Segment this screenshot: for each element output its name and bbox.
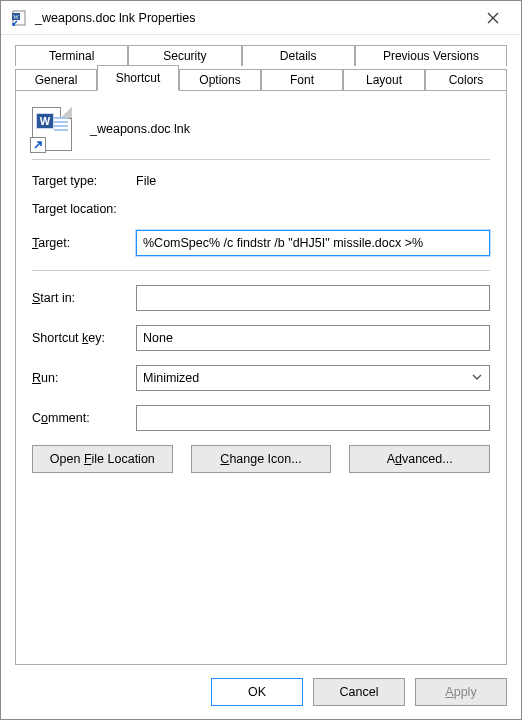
apply-button[interactable]: Apply bbox=[415, 678, 507, 706]
target-type-label: Target type: bbox=[32, 174, 136, 188]
start-in-input[interactable] bbox=[136, 285, 490, 311]
tab-layout[interactable]: Layout bbox=[343, 69, 425, 90]
word-shortcut-icon: W bbox=[11, 10, 27, 26]
shortcut-panel: W _weapons.doc lnk Target type: File Tar… bbox=[15, 90, 507, 665]
tab-general[interactable]: General bbox=[15, 69, 97, 90]
target-input[interactable] bbox=[136, 230, 490, 256]
separator bbox=[32, 159, 490, 160]
window-title: _weapons.doc lnk Properties bbox=[35, 11, 471, 25]
file-name-label: _weapons.doc lnk bbox=[90, 122, 190, 136]
tab-previous-versions[interactable]: Previous Versions bbox=[355, 45, 507, 66]
run-combobox[interactable]: Minimized bbox=[136, 365, 490, 391]
close-button[interactable] bbox=[471, 3, 515, 33]
ok-button[interactable]: OK bbox=[211, 678, 303, 706]
target-type-value: File bbox=[136, 174, 156, 188]
run-value: Minimized bbox=[143, 371, 199, 385]
open-file-location-button[interactable]: Open File Location bbox=[32, 445, 173, 473]
start-in-label: Start in: bbox=[32, 291, 136, 305]
tab-terminal[interactable]: Terminal bbox=[15, 45, 128, 66]
close-icon bbox=[487, 12, 499, 24]
tab-strip: Terminal Security Details Previous Versi… bbox=[15, 45, 507, 90]
chevron-down-icon bbox=[471, 371, 483, 386]
titlebar: W _weapons.doc lnk Properties bbox=[1, 1, 521, 35]
tab-options[interactable]: Options bbox=[179, 69, 261, 90]
shortcut-arrow-icon bbox=[30, 137, 46, 153]
advanced-button[interactable]: Advanced... bbox=[349, 445, 490, 473]
target-label: Target: bbox=[32, 236, 136, 250]
cancel-button[interactable]: Cancel bbox=[313, 678, 405, 706]
tab-security[interactable]: Security bbox=[128, 45, 241, 66]
content-area: Terminal Security Details Previous Versi… bbox=[1, 35, 521, 665]
properties-dialog: W _weapons.doc lnk Properties Terminal S… bbox=[0, 0, 522, 720]
change-icon-button[interactable]: Change Icon... bbox=[191, 445, 332, 473]
comment-label: Comment: bbox=[32, 411, 136, 425]
tab-colors[interactable]: Colors bbox=[425, 69, 507, 90]
shortcut-key-label: Shortcut key: bbox=[32, 331, 136, 345]
separator bbox=[32, 270, 490, 271]
tab-font[interactable]: Font bbox=[261, 69, 343, 90]
tab-details[interactable]: Details bbox=[242, 45, 355, 66]
dialog-footer: OK Cancel Apply bbox=[1, 665, 521, 719]
run-label: Run: bbox=[32, 371, 136, 385]
tab-shortcut[interactable]: Shortcut bbox=[97, 65, 179, 91]
target-location-label: Target location: bbox=[32, 202, 136, 216]
file-icon: W bbox=[32, 107, 72, 151]
shortcut-key-input[interactable] bbox=[136, 325, 490, 351]
comment-input[interactable] bbox=[136, 405, 490, 431]
svg-text:W: W bbox=[13, 14, 19, 20]
